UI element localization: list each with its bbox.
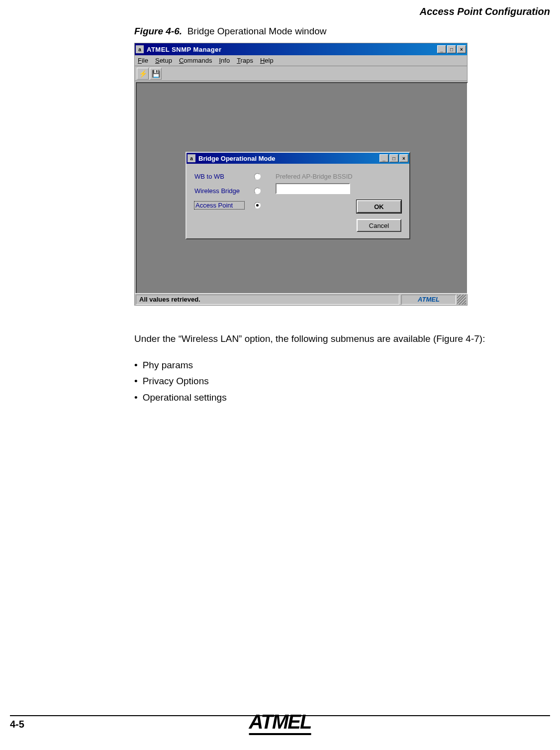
radio-wireless-bridge[interactable]: Wireless Bridge [194,187,261,195]
menu-setup[interactable]: Setup [155,57,172,64]
page-header: Access Point Configuration [420,6,550,17]
menu-file[interactable]: File [138,57,148,64]
menubar: File Setup Commands Info Traps Help [135,55,467,66]
radio-label: Wireless Bridge [194,187,244,195]
lightning-icon[interactable]: ⚡ [137,68,149,80]
dialog-title-text: Bridge Operational Mode [198,155,378,162]
list-item: •Phy params [134,357,227,373]
maximize-button[interactable]: □ [447,45,456,53]
radio-icon [254,173,261,180]
ok-button[interactable]: OK [357,200,401,213]
client-area: a Bridge Operational Mode _ □ × WB to WB… [136,82,468,294]
figure-label: Figure 4-6. [134,26,182,36]
status-text: All values retrieved. [136,295,399,305]
radio-label: Access Point [194,202,244,209]
figure-title: Bridge Operational Mode window [187,26,327,36]
dialog-maximize-button[interactable]: □ [389,154,398,162]
radio-icon [254,202,261,209]
statusbar: All values retrieved. ATMEL [135,293,467,305]
page-number: 4-5 [10,719,24,730]
dialog-close-button[interactable]: × [399,154,408,162]
menu-help[interactable]: Help [260,57,274,64]
menu-commands[interactable]: Commands [179,57,212,64]
radio-icon [254,188,261,194]
cancel-button[interactable]: Cancel [357,219,401,232]
app-window: a ATMEL SNMP Manager _ □ × File Setup Co… [134,43,467,306]
radio-access-point[interactable]: Access Point [194,202,261,209]
menu-traps[interactable]: Traps [237,57,253,64]
resize-grip-icon[interactable] [457,295,466,305]
dialog-titlebar: a Bridge Operational Mode _ □ × [187,153,409,164]
bssid-input[interactable] [276,183,350,194]
body-paragraph: Under the “Wireless LAN” option, the fol… [134,332,540,346]
minimize-button[interactable]: _ [437,45,446,53]
radio-label: WB to WB [194,173,244,180]
dialog-icon: a [187,154,195,162]
list-item: •Privacy Options [134,373,227,389]
main-titlebar: a ATMEL SNMP Manager _ □ × [135,43,467,55]
bssid-label: Prefered AP-Bridge BSSID [276,173,401,180]
status-brand-logo: ATMEL [401,295,456,305]
app-icon: a [136,45,144,53]
bullet-list: •Phy params •Privacy Options •Operationa… [134,357,227,406]
list-item: •Operational settings [134,390,227,406]
footer-brand-logo: ATMEL [249,711,311,735]
menu-info[interactable]: Info [219,57,230,64]
dialog-minimize-button[interactable]: _ [379,154,388,162]
bridge-mode-dialog: a Bridge Operational Mode _ □ × WB to WB… [186,152,410,239]
save-icon[interactable]: 💾 [150,68,162,80]
close-button[interactable]: × [457,45,466,53]
main-window-title: ATMEL SNMP Manager [147,46,436,53]
toolbar: ⚡ 💾 [135,66,467,81]
figure-caption: Figure 4-6. Bridge Operational Mode wind… [134,26,327,37]
radio-wb-to-wb[interactable]: WB to WB [194,173,261,180]
